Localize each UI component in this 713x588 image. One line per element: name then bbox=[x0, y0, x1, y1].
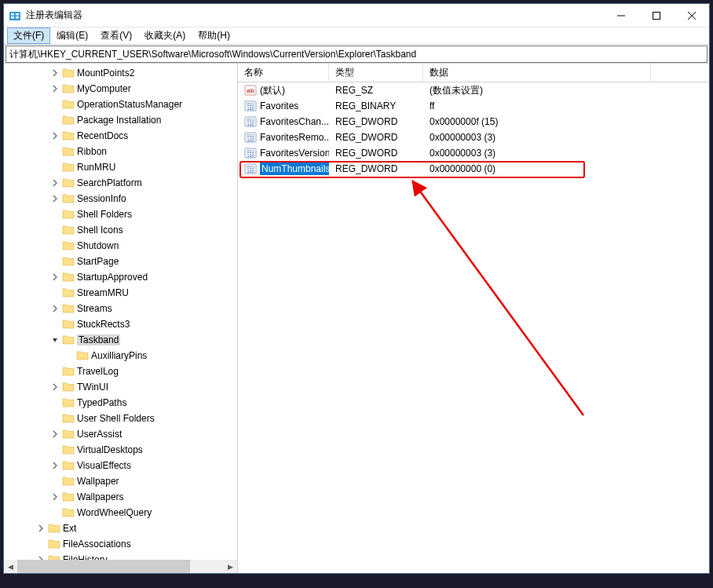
tree-node[interactable]: User Shell Folders bbox=[4, 411, 237, 426]
tree-pane[interactable]: MountPoints2MyComputerOperationStatusMan… bbox=[4, 64, 238, 573]
expander-icon[interactable] bbox=[51, 195, 62, 203]
tree-node[interactable]: SearchPlatform bbox=[4, 175, 237, 191]
folder-icon bbox=[62, 396, 75, 409]
menu-view[interactable]: 查看(V) bbox=[94, 27, 138, 44]
tree-node-label: VirtualDesktops bbox=[77, 444, 143, 455]
titlebar[interactable]: 注册表编辑器 bbox=[4, 4, 709, 27]
value-row[interactable]: 011110FavoritesVersionREG_DWORD0x0000000… bbox=[238, 145, 709, 161]
tree-node[interactable]: StuckRects3 bbox=[4, 316, 237, 332]
tree-node[interactable]: TypedPaths bbox=[4, 395, 237, 411]
svg-text:110: 110 bbox=[247, 169, 254, 173]
scroll-right-button[interactable]: ▶ bbox=[224, 560, 237, 573]
tree-node[interactable]: Shutdown bbox=[4, 238, 237, 254]
folder-icon bbox=[62, 412, 75, 425]
minimize-button[interactable] bbox=[603, 4, 638, 27]
menu-file[interactable]: 文件(F) bbox=[7, 27, 50, 44]
expander-icon[interactable] bbox=[51, 336, 62, 344]
folder-icon bbox=[62, 208, 75, 221]
tree-node[interactable]: Package Installation bbox=[4, 112, 237, 128]
expander-icon[interactable] bbox=[37, 524, 48, 532]
value-row[interactable]: 011110FavoritesChan...REG_DWORD0x0000000… bbox=[238, 114, 709, 130]
scroll-left-button[interactable]: ◀ bbox=[4, 560, 17, 573]
svg-line-26 bbox=[419, 189, 583, 415]
maximize-button[interactable] bbox=[638, 4, 674, 27]
tree-node-label: TypedPaths bbox=[77, 397, 126, 408]
value-name: FavoritesChan... bbox=[260, 116, 329, 127]
value-row[interactable]: 011110FavoritesREG_BINARYff bbox=[238, 98, 709, 114]
expander-icon[interactable] bbox=[51, 85, 62, 93]
tree-node-label: Streams bbox=[77, 303, 112, 314]
tree-node[interactable]: Ext bbox=[4, 520, 237, 536]
expander-icon[interactable] bbox=[51, 273, 62, 281]
tree-node[interactable]: UserAssist bbox=[4, 426, 237, 442]
folder-icon bbox=[62, 224, 75, 236]
tree-node[interactable]: Ribbon bbox=[4, 144, 237, 159]
value-type: REG_BINARY bbox=[329, 100, 423, 111]
tree-node[interactable]: Streams bbox=[4, 301, 237, 316]
tree-node[interactable]: StartPage bbox=[4, 254, 237, 269]
column-header-type[interactable]: 类型 bbox=[329, 64, 423, 82]
tree-node[interactable]: OperationStatusManager bbox=[4, 97, 237, 112]
tree-node[interactable]: SessionInfo bbox=[4, 191, 237, 206]
value-type: REG_DWORD bbox=[329, 116, 423, 127]
expander-icon[interactable] bbox=[51, 69, 62, 77]
close-button[interactable] bbox=[674, 4, 709, 27]
tree-node-label: Shutdown bbox=[77, 240, 119, 251]
tree-node-label: RunMRU bbox=[77, 162, 115, 173]
menu-help[interactable]: 帮助(H) bbox=[192, 27, 236, 44]
svg-rect-0 bbox=[9, 12, 20, 20]
address-bar[interactable]: 计算机\HKEY_CURRENT_USER\Software\Microsoft… bbox=[5, 46, 708, 63]
expander-icon[interactable] bbox=[51, 462, 62, 469]
value-name: FavoritesVersion bbox=[260, 148, 329, 159]
tree-node-label: OperationStatusManager bbox=[77, 99, 182, 110]
tree-node[interactable]: StreamMRU bbox=[4, 285, 237, 301]
tree-node[interactable]: AuxilliaryPins bbox=[4, 348, 237, 363]
tree-node[interactable]: MountPoints2 bbox=[4, 65, 237, 81]
expander-icon[interactable] bbox=[51, 430, 62, 438]
list-pane[interactable]: 名称 类型 数据 ab(默认)REG_SZ(数值未设置)011110Favori… bbox=[238, 64, 709, 573]
folder-icon bbox=[62, 365, 75, 378]
tree-node[interactable]: Wallpapers bbox=[4, 489, 237, 505]
arrow-annotation bbox=[411, 180, 591, 423]
tree-node[interactable]: Wallpaper bbox=[4, 473, 237, 489]
scroll-thumb[interactable] bbox=[17, 560, 190, 573]
value-row[interactable]: 011110FavoritesRemo...REG_DWORD0x0000000… bbox=[238, 130, 709, 145]
tree-node[interactable]: Shell Icons bbox=[4, 222, 237, 238]
tree-node[interactable]: StartupApproved bbox=[4, 269, 237, 285]
tree-node[interactable]: WordWheelQuery bbox=[4, 505, 237, 520]
svg-rect-4 bbox=[16, 16, 19, 19]
expander-icon[interactable] bbox=[51, 305, 62, 312]
column-header-name[interactable]: 名称 bbox=[238, 64, 329, 82]
tree-node[interactable]: RunMRU bbox=[4, 159, 237, 175]
expander-icon[interactable] bbox=[51, 493, 62, 501]
menu-edit[interactable]: 编辑(E) bbox=[50, 27, 94, 44]
tree-node[interactable]: VisualEffects bbox=[4, 458, 237, 473]
expander-icon[interactable] bbox=[51, 383, 62, 391]
tree-node[interactable]: RecentDocs bbox=[4, 128, 237, 144]
tree-node[interactable]: Shell Folders bbox=[4, 206, 237, 222]
menu-favorites[interactable]: 收藏夹(A) bbox=[138, 27, 192, 44]
tree-node[interactable]: TWinUI bbox=[4, 379, 237, 395]
expander-icon[interactable] bbox=[51, 179, 62, 187]
registry-editor-window: 注册表编辑器 文件(F) 编辑(E) 查看(V) 收藏夹(A) 帮助(H) 计算… bbox=[3, 3, 710, 574]
tree-node[interactable]: FileAssociations bbox=[4, 536, 237, 552]
value-type: REG_DWORD bbox=[329, 163, 423, 174]
tree-node[interactable]: Taskband bbox=[4, 332, 237, 348]
tree-node-label: Ribbon bbox=[77, 146, 107, 157]
value-row[interactable]: 011110NumThumbnailsREG_DWORD0x00000000 (… bbox=[238, 161, 709, 177]
binary-value-icon: 011110 bbox=[244, 147, 257, 159]
column-header-data[interactable]: 数据 bbox=[423, 64, 651, 82]
tree-horizontal-scrollbar[interactable]: ◀ ▶ bbox=[4, 560, 237, 573]
value-row[interactable]: ab(默认)REG_SZ(数值未设置) bbox=[238, 82, 709, 98]
scroll-track[interactable] bbox=[17, 560, 224, 573]
registry-tree: MountPoints2MyComputerOperationStatusMan… bbox=[4, 64, 237, 569]
string-value-icon: ab bbox=[244, 84, 257, 97]
expander-icon[interactable] bbox=[51, 132, 62, 140]
content-area: MountPoints2MyComputerOperationStatusMan… bbox=[4, 63, 709, 573]
value-name: NumThumbnails bbox=[260, 163, 329, 175]
tree-node[interactable]: VirtualDesktops bbox=[4, 442, 237, 458]
value-type: REG_DWORD bbox=[329, 132, 423, 143]
tree-node[interactable]: TravelLog bbox=[4, 363, 237, 379]
value-data: 0x00000003 (3) bbox=[423, 132, 709, 143]
tree-node[interactable]: MyComputer bbox=[4, 81, 237, 97]
